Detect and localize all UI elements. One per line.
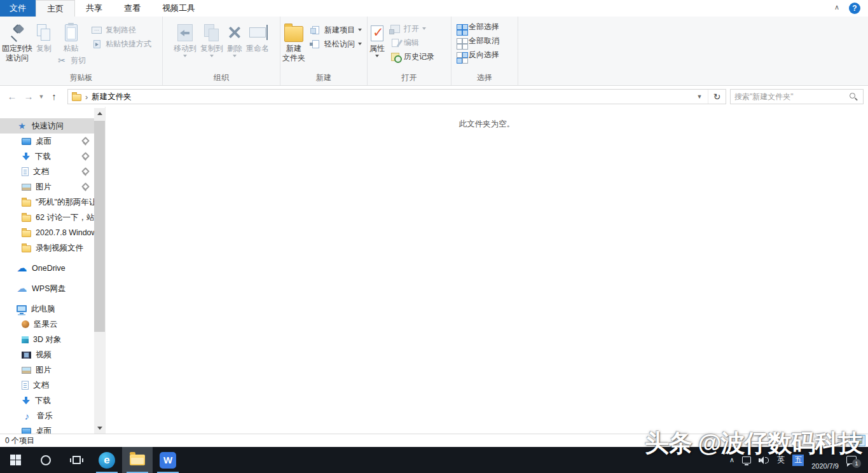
- chevron-down-icon: [233, 55, 237, 57]
- select-all-button[interactable]: 全部选择: [451, 20, 518, 34]
- tab-file[interactable]: 文件: [0, 0, 36, 17]
- sidebar-item[interactable]: 文档: [0, 164, 94, 179]
- edit-button[interactable]: 编辑: [387, 36, 437, 50]
- sidebar-item[interactable]: 2020.7.8 Window: [0, 225, 94, 240]
- up-icon[interactable]: ↑: [46, 91, 62, 102]
- ribbon-tab[interactable]: 共享: [75, 0, 113, 17]
- desktop-icon: [22, 138, 31, 145]
- scrollbar-thumb[interactable]: [94, 121, 105, 332]
- file-explorer-window: 文件 主页 共享 查看 视频工具 ∧ ? 固定到快 速访问: [0, 0, 868, 473]
- cortana-icon: [41, 455, 51, 465]
- music-icon: [22, 411, 32, 421]
- copy-path-button[interactable]: ··· 复制路径: [88, 23, 154, 37]
- sidebar-item[interactable]: 录制视频文件: [0, 240, 94, 256]
- search-icon[interactable]: [849, 92, 858, 101]
- sidebar-item[interactable]: OneDrive: [0, 261, 94, 276]
- address-dropdown-icon[interactable]: ▼: [691, 90, 708, 104]
- task-view-button[interactable]: [61, 447, 92, 473]
- document-icon: [22, 381, 29, 390]
- ribbon-tab[interactable]: 视频工具: [151, 0, 206, 17]
- sidebar-item[interactable]: 62 讨论一下，站: [0, 210, 94, 225]
- delete-button[interactable]: 删除: [225, 18, 244, 57]
- group-label-new: 新建: [280, 72, 367, 83]
- new-folder-button[interactable]: 新建 文件夹: [280, 18, 307, 63]
- address-bar[interactable]: › 新建文件夹 ▼ ↻: [67, 89, 726, 104]
- sidebar-item[interactable]: 快速访问: [0, 118, 94, 134]
- cut-icon: ✂: [56, 55, 67, 65]
- easy-access-button[interactable]: 轻松访问: [307, 37, 364, 51]
- folder-icon: [22, 230, 31, 237]
- sidebar-item[interactable]: 文档: [0, 378, 94, 393]
- objects-3d-icon: [22, 336, 29, 343]
- search-button[interactable]: [31, 447, 61, 473]
- scroll-up-icon[interactable]: [94, 108, 105, 119]
- sidebar-item[interactable]: 桌面: [0, 423, 94, 434]
- select-none-button[interactable]: 全部取消: [451, 34, 518, 48]
- watermark: 头条 @波仔数码科技: [645, 427, 862, 460]
- open-button[interactable]: 打开: [387, 22, 437, 36]
- sidebar-item[interactable]: 桌面: [0, 134, 94, 149]
- paste-shortcut-button[interactable]: 粘贴快捷方式: [88, 37, 154, 51]
- desktop-icon: [22, 428, 31, 434]
- sidebar-item[interactable]: 下载: [0, 149, 94, 164]
- ribbon-group-clipboard: 固定到快 速访问 复制 粘贴 ✂ 剪切: [0, 17, 163, 85]
- paste-button[interactable]: 粘贴: [53, 18, 88, 53]
- pin-to-quick-access-button[interactable]: 固定到快 速访问: [0, 18, 34, 63]
- sidebar-item[interactable]: 音乐: [0, 408, 94, 423]
- history-button[interactable]: 历史记录: [387, 50, 437, 64]
- start-button[interactable]: [0, 447, 31, 473]
- ribbon-group-organize: 移动到 复制到 删除 重命名 组织: [163, 17, 280, 85]
- scroll-down-icon[interactable]: [94, 423, 105, 434]
- sidebar-item[interactable]: 此电脑: [0, 301, 94, 317]
- recent-locations-icon[interactable]: ▼: [37, 93, 46, 100]
- wps-button[interactable]: W: [153, 447, 183, 473]
- copy-to-button[interactable]: 复制到: [198, 18, 225, 57]
- search-input[interactable]: [731, 92, 849, 101]
- edge-icon: e: [99, 452, 115, 469]
- move-to-button[interactable]: 移动到: [172, 18, 198, 57]
- chevron-down-icon: [210, 55, 214, 57]
- file-explorer-icon: [130, 455, 145, 465]
- ribbon-tab[interactable]: 查看: [113, 0, 151, 17]
- properties-button[interactable]: 属性: [368, 18, 387, 57]
- chevron-down-icon: [358, 43, 362, 45]
- easy-access-icon: [312, 40, 319, 48]
- invert-selection-button[interactable]: 反向选择: [451, 48, 518, 62]
- folder-icon: [72, 94, 81, 101]
- wps-icon: W: [160, 452, 176, 469]
- rename-icon: [249, 27, 266, 38]
- pin-icon: [9, 24, 25, 41]
- copy-button[interactable]: 复制: [34, 18, 53, 53]
- sidebar-item[interactable]: WPS网盘: [0, 281, 94, 296]
- ribbon-group-open: 属性 打开 编辑 历史记录: [368, 17, 451, 85]
- new-item-button[interactable]: 新建项目: [307, 23, 364, 37]
- sidebar-item[interactable]: 下载: [0, 393, 94, 408]
- cut-button[interactable]: ✂ 剪切: [53, 53, 88, 67]
- ribbon-tab[interactable]: 主页: [36, 0, 75, 17]
- sidebar-item[interactable]: "死机"的那两年让: [0, 195, 94, 210]
- videos-icon: [22, 352, 31, 359]
- pin-icon: [82, 153, 90, 160]
- file-list-area[interactable]: 此文件夹为空。: [105, 107, 868, 434]
- refresh-icon[interactable]: ↻: [708, 90, 726, 104]
- help-icon[interactable]: ?: [849, 3, 860, 14]
- onedrive-icon: [17, 263, 27, 273]
- back-icon[interactable]: ←: [4, 91, 20, 102]
- rename-button[interactable]: 重命名: [244, 18, 271, 53]
- edge-button[interactable]: e: [92, 447, 122, 473]
- pin-icon: [82, 137, 90, 145]
- sidebar-item[interactable]: 图片: [0, 362, 94, 378]
- breadcrumb[interactable]: 新建文件夹: [92, 92, 132, 102]
- pictures-icon: [22, 184, 31, 191]
- sidebar-item[interactable]: 坚果云: [0, 317, 94, 332]
- file-explorer-button[interactable]: [122, 447, 153, 473]
- sidebar-item[interactable]: 视频: [0, 347, 94, 362]
- download-icon: [22, 152, 31, 161]
- sidebar-scrollbar[interactable]: [94, 108, 105, 434]
- sidebar-item[interactable]: 3D 对象: [0, 332, 94, 347]
- sidebar-item[interactable]: 图片: [0, 179, 94, 195]
- chevron-down-icon: [183, 55, 187, 57]
- minimize-ribbon-icon[interactable]: ∧: [831, 3, 843, 13]
- folder-icon: [22, 245, 31, 252]
- forward-icon[interactable]: →: [20, 91, 37, 102]
